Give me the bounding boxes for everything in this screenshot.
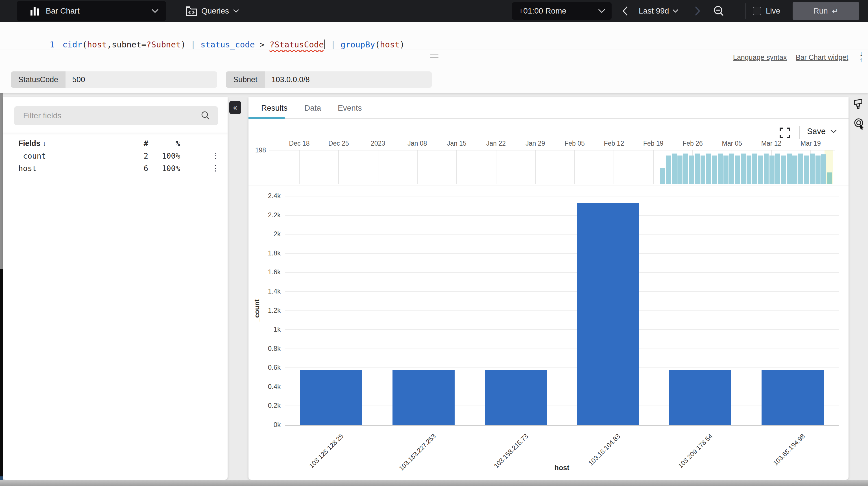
time-back-button[interactable] (620, 5, 630, 17)
field-row-name[interactable]: _count (18, 152, 46, 160)
host-bar[interactable] (762, 370, 824, 425)
fields-column-header[interactable]: Fields ↓ (18, 139, 46, 148)
timeline-gridline (653, 151, 654, 184)
field-row-name[interactable]: host (18, 164, 37, 173)
timeline-bar[interactable] (660, 168, 665, 184)
timeline-bar[interactable] (689, 156, 694, 184)
time-forward-button[interactable] (692, 5, 703, 17)
field-row-menu-icon[interactable]: ⋮ (211, 163, 220, 173)
timeline-bar[interactable] (775, 154, 780, 184)
field-row-menu-icon[interactable]: ⋮ (211, 151, 220, 160)
timeline-bar[interactable] (787, 154, 792, 184)
timeline-gridline (299, 151, 300, 184)
time-range-select[interactable]: Last 99d (639, 0, 679, 22)
timeline-bar[interactable] (706, 154, 711, 184)
parameter-value-input[interactable]: 103.0.0.0/8 (265, 71, 432, 88)
gridline (285, 367, 839, 368)
gridline (285, 234, 839, 234)
collapse-editor-icon[interactable]: ↓↑ (856, 51, 866, 66)
y-tick-label: 2.2k (255, 211, 281, 219)
timeline-bar[interactable] (792, 156, 798, 184)
live-checkbox[interactable] (753, 7, 761, 15)
timeline-bar[interactable] (781, 156, 786, 184)
host-bar[interactable] (300, 370, 362, 425)
timeline-bar[interactable] (718, 154, 723, 184)
parameter-statuscode: StatusCode 500 (11, 71, 217, 88)
count-column-header: # (123, 139, 148, 148)
chevron-down-icon (233, 9, 239, 13)
timeline-bar[interactable] (827, 172, 832, 184)
field-row-percent: 100% (152, 164, 180, 173)
timeline-tick-label: Feb 19 (633, 140, 673, 147)
timeline-bar[interactable] (764, 154, 769, 184)
widget-type-select[interactable]: Bar Chart (17, 1, 166, 21)
timeline-gridline (338, 151, 339, 184)
fields-divider (3, 133, 227, 133)
y-tick-label: 0.6k (255, 363, 281, 371)
tab-events[interactable]: Events (338, 104, 362, 112)
timeline-gridline (574, 151, 575, 184)
timeline-bar[interactable] (752, 154, 757, 184)
query-editor[interactable]: 1cidr(host,subnet=?Subnet) | status_code… (0, 22, 868, 50)
queries-menu[interactable]: Queries (186, 0, 239, 22)
search-icon (200, 110, 211, 121)
timeline-bar[interactable] (758, 156, 763, 184)
timeline-tick-label: 2023 (358, 140, 398, 147)
query-token-plain: subnet (112, 40, 142, 50)
queries-menu-label: Queries (201, 6, 229, 15)
timeline-bar[interactable] (672, 154, 677, 184)
editor-resize-handle[interactable] (430, 55, 438, 60)
fullscreen-icon[interactable] (779, 127, 790, 138)
timeline-tick-label: Mar 19 (791, 140, 831, 147)
timeline-bar[interactable] (729, 154, 734, 184)
y-tick-label: 1.2k (255, 306, 281, 315)
filter-fields-input[interactable] (23, 106, 198, 125)
timeline-bar[interactable] (735, 156, 740, 184)
timeline-tick-label: Mar 12 (752, 140, 791, 147)
y-tick-label: 0.4k (255, 383, 281, 391)
timeline-bar[interactable] (747, 156, 752, 184)
tab-data[interactable]: Data (304, 104, 321, 112)
timeline-tick-label: Dec 25 (319, 140, 358, 147)
timeline-bar[interactable] (712, 156, 717, 184)
run-button[interactable]: Run ↵ (793, 2, 859, 20)
timeline-bar[interactable] (701, 156, 706, 184)
timezone-select[interactable]: +01:00 Rome (512, 2, 612, 20)
timeline-bar[interactable] (804, 156, 809, 184)
timeline-bar[interactable] (677, 156, 682, 184)
query-token-pipe: | (186, 40, 200, 50)
x-tick-label: 103.153.227.253 (352, 432, 437, 486)
query-token-param-error: ?StatusCode (270, 40, 324, 50)
timeline-bar[interactable] (683, 154, 688, 184)
tab-results[interactable]: Results (261, 104, 287, 112)
timeline-bar[interactable] (741, 154, 746, 184)
timeline-bar[interactable] (666, 156, 671, 184)
interactions-icon[interactable] (853, 118, 865, 130)
host-bar[interactable] (485, 370, 547, 425)
parameter-subnet: Subnet 103.0.0.0/8 (226, 71, 432, 88)
y-tick-label: 0k (255, 421, 281, 429)
language-syntax-link[interactable]: Language syntax (733, 53, 787, 62)
y-tick-label: 1.6k (255, 268, 281, 276)
parameter-value-input[interactable]: 500 (65, 71, 217, 88)
timeline-bar[interactable] (770, 156, 775, 184)
timeline-bar[interactable] (798, 154, 803, 184)
timeline-bar[interactable] (810, 154, 815, 184)
timeline-bar[interactable] (815, 156, 820, 184)
timeline-ymax-label: 198 (248, 147, 266, 154)
style-paintbrush-icon[interactable] (853, 99, 865, 111)
timeline-bar[interactable] (821, 154, 826, 184)
bottom-window-edge (0, 480, 868, 486)
widget-help-link[interactable]: Bar Chart widget (796, 53, 848, 62)
x-tick-label: 103.209.178.54 (629, 432, 714, 486)
timeline-bar[interactable] (723, 156, 728, 184)
host-bar[interactable] (577, 203, 639, 425)
collapse-fields-panel-button[interactable]: « (229, 101, 241, 114)
timeline-bar[interactable] (694, 154, 700, 184)
timeline-gridline (535, 151, 536, 184)
zoom-out-button[interactable] (712, 4, 726, 18)
save-button[interactable]: Save (807, 127, 837, 136)
host-bar[interactable] (669, 370, 731, 425)
host-bar[interactable] (393, 370, 455, 425)
timeline-tick-label: Feb 05 (555, 140, 594, 147)
